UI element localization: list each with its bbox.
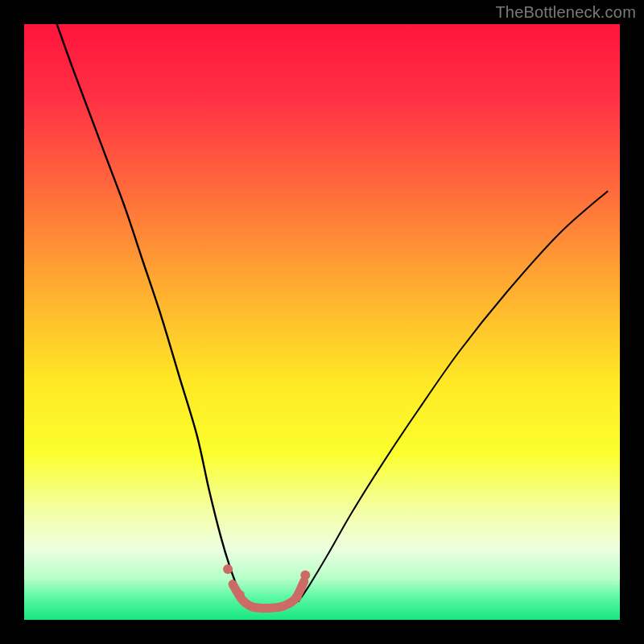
bottleneck-curve-chart (0, 0, 644, 644)
highlight-marker (223, 564, 233, 574)
gradient-background (24, 24, 620, 620)
highlight-marker (235, 590, 245, 600)
highlight-marker (292, 592, 302, 602)
watermark-text: TheBottleneck.com (495, 3, 636, 22)
chart-frame: TheBottleneck.com (0, 0, 644, 644)
highlight-marker (300, 571, 310, 580)
